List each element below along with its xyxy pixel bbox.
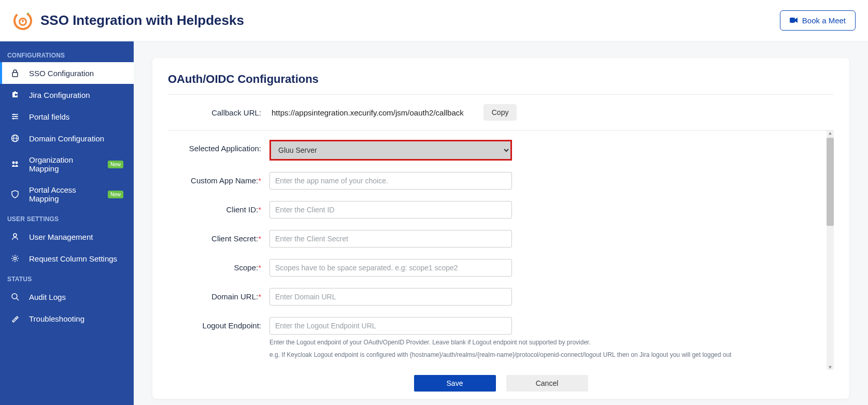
- svg-point-8: [13, 114, 15, 115]
- app-title: SSO Integration with Helpdesks: [40, 12, 244, 28]
- form-area: Selected Application: Gluu Server Custom…: [168, 131, 834, 363]
- custom-app-name-input[interactable]: [269, 172, 512, 190]
- book-meet-label: Book a Meet: [802, 16, 846, 25]
- domain-url-label: Domain URL:*: [168, 288, 261, 301]
- hammer-icon: [10, 314, 20, 323]
- main-content: OAuth/OIDC Configurations Callback URL: …: [134, 41, 868, 405]
- client-secret-label: Client Secret:*: [168, 230, 261, 243]
- selected-application-label: Selected Application:: [168, 140, 261, 153]
- sidebar-item-sso-configuration[interactable]: SSO Configuration: [0, 62, 134, 84]
- new-badge: New: [108, 191, 123, 198]
- panel-title: OAuth/OIDC Configurations: [168, 73, 834, 95]
- gear-icon: [10, 254, 20, 263]
- sidebar-item-domain-configuration[interactable]: Domain Configuration: [0, 127, 134, 149]
- scroll-up-icon[interactable]: ▲: [827, 131, 834, 137]
- globe-icon: [10, 134, 20, 143]
- svg-rect-4: [12, 73, 18, 77]
- sidebar-item-label: Portal fields: [29, 112, 69, 121]
- sidebar-item-jira-configuration[interactable]: Jira Configuration: [0, 84, 134, 106]
- selected-application-select[interactable]: Gluu Server: [269, 140, 512, 161]
- callback-label: Callback URL:: [168, 108, 261, 117]
- client-id-input[interactable]: [269, 201, 512, 219]
- scope-label: Scope:*: [168, 259, 261, 272]
- callback-row: Callback URL: https://appsintegration.xe…: [168, 95, 834, 131]
- sidebar-item-audit-logs[interactable]: Audit Logs: [0, 286, 134, 308]
- copy-button[interactable]: Copy: [483, 104, 517, 121]
- user-icon: [10, 232, 20, 241]
- sidebar-item-troubleshooting[interactable]: Troubleshooting: [0, 308, 134, 329]
- sidebar-item-portal-access-mapping[interactable]: Portal Access Mapping New: [0, 179, 134, 209]
- sidebar-item-portal-fields[interactable]: Portal fields: [0, 106, 134, 127]
- sidebar-item-label: Jira Configuration: [29, 91, 90, 99]
- svg-point-18: [12, 294, 17, 299]
- sidebar: CONFIGURATIONS SSO Configuration Jira Co…: [0, 41, 134, 405]
- form-actions: Save Cancel: [168, 370, 834, 392]
- puzzle-icon: [10, 90, 20, 99]
- svg-point-15: [16, 162, 18, 164]
- sidebar-item-organization-mapping[interactable]: Organization Mapping New: [0, 149, 134, 179]
- sidebar-item-request-column-settings[interactable]: Request Column Settings: [0, 248, 134, 269]
- sidebar-item-label: SSO Configuration: [29, 69, 94, 78]
- scrollbar-track[interactable]: ▲ ▼: [827, 131, 834, 370]
- sidebar-section-user-settings: USER SETTINGS: [0, 209, 134, 226]
- svg-point-16: [13, 234, 17, 237]
- scroll-down-icon[interactable]: ▼: [827, 364, 834, 370]
- svg-point-17: [14, 257, 17, 260]
- logout-endpoint-label: Logout Endpoint:: [168, 317, 261, 330]
- sidebar-item-label: User Management: [29, 233, 93, 241]
- callback-url: https://appsintegration.xecurify.com/jsm…: [272, 108, 464, 117]
- svg-rect-3: [790, 18, 795, 23]
- custom-app-name-label: Custom App Name:*: [168, 172, 261, 185]
- svg-point-10: [13, 118, 15, 120]
- client-secret-input[interactable]: [269, 230, 512, 248]
- header: SSO Integration with Helpdesks Book a Me…: [0, 0, 868, 41]
- cancel-button[interactable]: Cancel: [506, 375, 588, 392]
- logout-endpoint-input[interactable]: [269, 317, 512, 335]
- svg-point-14: [12, 162, 15, 164]
- sidebar-item-label: Organization Mapping: [29, 155, 96, 173]
- new-badge: New: [108, 161, 123, 168]
- lock-icon: [10, 68, 20, 78]
- video-icon: [790, 16, 798, 25]
- domain-url-input[interactable]: [269, 288, 512, 306]
- sidebar-item-label: Troubleshooting: [29, 314, 84, 323]
- config-panel: OAuth/OIDC Configurations Callback URL: …: [152, 58, 849, 399]
- client-id-label: Client ID:*: [168, 201, 261, 214]
- header-left: SSO Integration with Helpdesks: [12, 10, 244, 31]
- sidebar-section-configurations: CONFIGURATIONS: [0, 46, 134, 62]
- shield-icon: [10, 190, 20, 199]
- scope-input[interactable]: [269, 259, 512, 277]
- sidebar-item-label: Request Column Settings: [29, 254, 117, 263]
- users-icon: [10, 160, 20, 169]
- svg-line-19: [17, 298, 19, 300]
- sidebar-item-user-management[interactable]: User Management: [0, 226, 134, 248]
- logout-helper-text-1: Enter the Logout endpoint of your OAuth/…: [269, 338, 731, 347]
- svg-point-9: [16, 116, 17, 118]
- save-button[interactable]: Save: [414, 375, 496, 392]
- sidebar-section-status: STATUS: [0, 269, 134, 286]
- search-icon: [10, 292, 20, 301]
- sliders-icon: [10, 112, 20, 121]
- sidebar-item-label: Portal Access Mapping: [29, 185, 96, 203]
- scrollbar-thumb[interactable]: [827, 138, 834, 226]
- logout-helper-text-2: e.g. If Keycloak Logout endpoint is conf…: [269, 350, 731, 359]
- book-meet-button[interactable]: Book a Meet: [780, 10, 856, 31]
- svg-rect-2: [22, 20, 24, 22]
- app-logo: [12, 10, 33, 31]
- sidebar-item-label: Domain Configuration: [29, 134, 104, 143]
- sidebar-item-label: Audit Logs: [29, 293, 66, 301]
